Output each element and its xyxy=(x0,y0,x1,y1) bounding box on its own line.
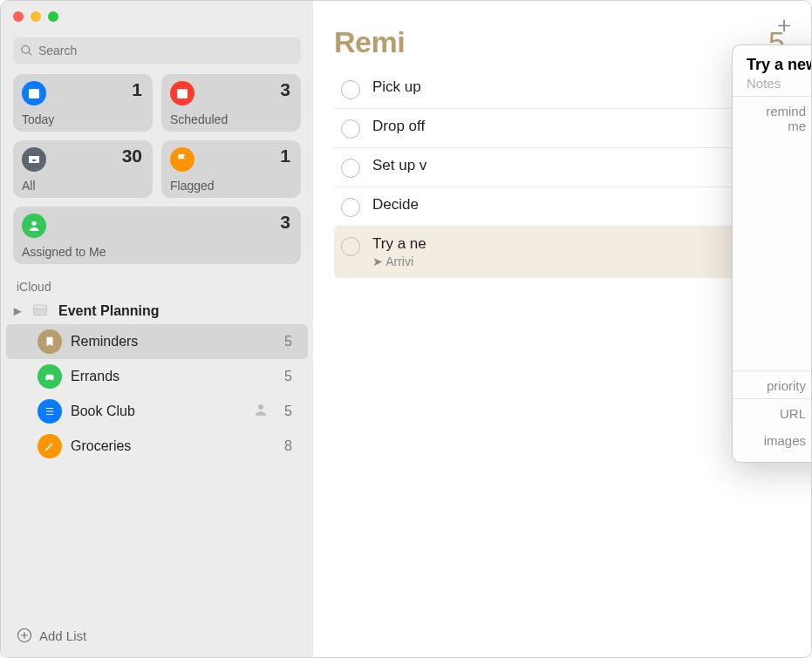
calendar-icon xyxy=(170,81,194,105)
complete-toggle[interactable] xyxy=(341,80,360,99)
search-icon xyxy=(20,44,33,58)
smart-label: Flagged xyxy=(170,179,215,193)
smart-count: 30 xyxy=(122,146,142,166)
chevron-right-icon: ▸ xyxy=(11,302,24,319)
window-controls xyxy=(1,1,313,32)
shared-icon xyxy=(253,402,269,421)
todo-title[interactable]: Try a ne ➤ Arrivi xyxy=(372,235,766,268)
plus-circle-icon xyxy=(17,627,32,643)
minimize-window-button[interactable] xyxy=(31,11,41,22)
smart-count: 1 xyxy=(280,146,290,166)
svg-point-7 xyxy=(51,379,53,381)
add-list-label: Add List xyxy=(39,628,86,643)
sidebar-list-groceries[interactable]: Groceries 8 xyxy=(6,429,308,464)
complete-toggle[interactable] xyxy=(341,159,360,178)
tray-icon xyxy=(22,147,46,172)
group-event-planning[interactable]: ▸ Event Planning xyxy=(1,297,313,324)
smart-count: 3 xyxy=(280,79,290,100)
smart-scheduled[interactable]: 3 Scheduled xyxy=(161,74,301,132)
list-count: 5 xyxy=(284,334,292,349)
smart-count: 3 xyxy=(280,212,290,233)
sidebar-list-reminders[interactable]: Reminders 5 xyxy=(6,324,308,359)
smart-all[interactable]: 30 All xyxy=(13,140,153,198)
complete-toggle[interactable] xyxy=(341,237,360,256)
sidebar-list-errands[interactable]: Errands 5 xyxy=(6,359,308,394)
account-header: iCloud xyxy=(1,273,313,297)
list-icon xyxy=(38,399,62,424)
svg-point-3 xyxy=(31,221,36,226)
search-input[interactable] xyxy=(38,44,294,58)
svg-rect-5 xyxy=(34,305,47,309)
list-count: 8 xyxy=(284,438,292,454)
list-count: 5 xyxy=(284,404,292,419)
smart-lists: 1 Today 3 Scheduled 30 All 1 Flagged 3 xyxy=(1,74,313,273)
svg-rect-1 xyxy=(29,89,39,92)
car-icon xyxy=(38,364,62,389)
svg-point-8 xyxy=(258,404,263,410)
smart-label: All xyxy=(22,179,36,193)
url-label: URL xyxy=(747,406,812,421)
complete-toggle[interactable] xyxy=(341,119,360,139)
priority-label: priority xyxy=(747,378,812,393)
list-name: Errands xyxy=(71,369,276,384)
sidebar: 1 Today 3 Scheduled 30 All 1 Flagged 3 xyxy=(1,1,313,657)
list-count: 5 xyxy=(284,369,292,384)
list-name: Reminders xyxy=(71,334,276,349)
search-field[interactable] xyxy=(13,37,301,64)
remind-me-label: remind me xyxy=(747,104,812,192)
group-label: Event Planning xyxy=(58,303,160,319)
calendar-icon xyxy=(22,81,46,105)
location-arrow-icon: ➤ xyxy=(372,254,386,268)
list-name: Book Club xyxy=(71,404,244,419)
reminder-title-input[interactable] xyxy=(747,56,812,74)
zoom-window-button[interactable] xyxy=(48,11,58,22)
folder-icon xyxy=(31,303,51,319)
smart-label: Scheduled xyxy=(170,112,228,126)
smart-assigned[interactable]: 3 Assigned to Me xyxy=(13,207,301,264)
smart-label: Today xyxy=(22,112,54,126)
smart-flagged[interactable]: 1 Flagged xyxy=(161,140,301,198)
smart-label: Assigned to Me xyxy=(22,245,106,259)
pencil-icon xyxy=(38,434,62,458)
todo-subtitle: ➤ Arrivi xyxy=(372,254,766,268)
sidebar-list-book-club[interactable]: Book Club 5 xyxy=(6,394,308,429)
app-window: 1 Today 3 Scheduled 30 All 1 Flagged 3 xyxy=(0,0,812,658)
svg-rect-2 xyxy=(177,89,188,98)
bookmark-icon xyxy=(38,329,62,354)
smart-count: 1 xyxy=(132,79,142,100)
person-icon xyxy=(22,214,46,238)
complete-toggle[interactable] xyxy=(341,198,360,217)
add-list-button[interactable]: Add List xyxy=(1,617,313,657)
flag-icon xyxy=(170,147,194,172)
list-name: Groceries xyxy=(71,438,276,454)
notes-input[interactable]: Notes xyxy=(733,76,812,97)
svg-point-6 xyxy=(46,379,48,381)
smart-today[interactable]: 1 Today xyxy=(13,74,153,132)
close-window-button[interactable] xyxy=(13,11,24,22)
main-pane: ＋ Remi 5 Pick up Drop off Set up v Decid… xyxy=(313,1,811,657)
reminder-details-popover: Notes remind me On a Day At a Location P… xyxy=(732,44,812,463)
images-label: images xyxy=(747,433,812,448)
